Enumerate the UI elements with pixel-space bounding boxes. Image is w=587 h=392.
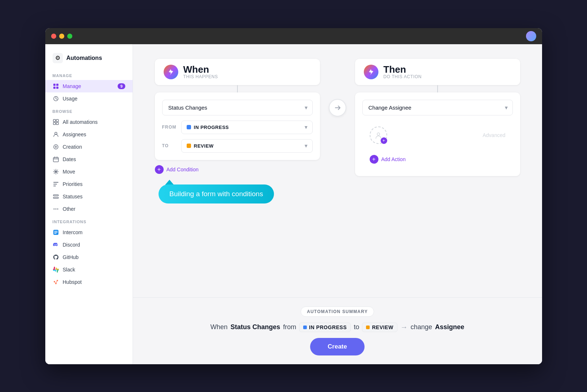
svg-rect-8 (56, 122, 58, 125)
sidebar-item-hubspot[interactable]: Hubspot (45, 276, 133, 288)
svg-line-21 (56, 281, 57, 283)
github-label: GitHub (63, 254, 79, 260)
then-form-card: Change Assignee ▾ + (355, 92, 520, 176)
sidebar-item-discord[interactable]: Discord (45, 239, 133, 251)
from-status-label: IN PROGRESS (194, 125, 229, 130)
main-content: When THIS HAPPENS Status Changes ▾ (133, 44, 542, 364)
add-condition-button[interactable]: + Add Condition (155, 165, 199, 174)
then-title: Then (384, 65, 422, 74)
when-header-card: When THIS HAPPENS (155, 59, 320, 85)
hubspot-icon (53, 279, 59, 285)
sidebar-item-manage[interactable]: Manage 9 (45, 80, 133, 92)
from-label: FROM (162, 125, 177, 130)
tooltip-bubble: Building a form with conditions (159, 184, 274, 203)
usage-icon (53, 95, 59, 102)
conditions-row: When THIS HAPPENS Status Changes ▾ (155, 59, 520, 203)
sidebar-item-all-automations[interactable]: All automations (45, 116, 133, 128)
discord-label: Discord (63, 242, 80, 248)
sidebar-item-slack[interactable]: Slack (45, 263, 133, 276)
add-action-label: Add Action (381, 156, 406, 162)
summary-in-progress: IN PROGRESS (309, 324, 347, 330)
traffic-lights (51, 34, 72, 39)
arrow-icon (334, 104, 341, 111)
titlebar (45, 28, 542, 44)
move-icon (53, 168, 59, 175)
user-avatar[interactable] (526, 31, 536, 41)
add-condition-row: + Add Condition (155, 165, 199, 174)
when-subtitle: THIS HAPPENS (183, 74, 218, 79)
automation-builder: When THIS HAPPENS Status Changes ▾ (133, 44, 542, 297)
to-status-label: REVIEW (194, 143, 214, 149)
summary-from: from (283, 323, 296, 331)
hubspot-label: Hubspot (63, 279, 82, 285)
tooltip-container: Building a form with conditions (159, 180, 274, 203)
svg-rect-7 (53, 122, 56, 125)
assignee-avatar[interactable]: + (370, 126, 387, 144)
all-automations-label: All automations (63, 119, 98, 125)
review-summary-dot (366, 326, 370, 329)
move-label: Move (63, 169, 75, 175)
automations-icon: ⚙ (53, 53, 63, 63)
svg-rect-13 (53, 197, 58, 198)
sidebar-item-github[interactable]: GitHub (45, 251, 133, 263)
trigger-select-wrapper: Status Changes ▾ (162, 100, 313, 115)
browse-section-label: BROWSE (45, 105, 133, 116)
assignees-label: Assignees (63, 132, 87, 137)
all-automations-icon (53, 119, 59, 125)
sidebar-item-statuses[interactable]: Statuses (45, 190, 133, 203)
svg-line-22 (55, 282, 56, 283)
other-icon (53, 206, 59, 212)
when-logo (164, 65, 178, 79)
sidebar-item-assignees[interactable]: Assignees (45, 128, 133, 141)
statuses-icon (53, 193, 59, 200)
slack-label: Slack (63, 267, 75, 273)
then-column: Then DO THIS ACTION Change Assignee ▾ (355, 59, 520, 176)
intercom-label: Intercom (63, 229, 83, 235)
when-title: When (183, 65, 218, 74)
sidebar-item-other[interactable]: Other (45, 203, 133, 215)
minimize-button[interactable] (59, 34, 64, 39)
dates-icon (53, 156, 59, 163)
automation-summary: AUTOMATION SUMMARY When Status Changes f… (133, 297, 542, 364)
action-select-wrapper: Change Assignee ▾ (362, 100, 513, 115)
maximize-button[interactable] (67, 34, 72, 39)
svg-rect-0 (53, 84, 56, 86)
sidebar-item-move[interactable]: Move (45, 165, 133, 178)
avatar-person-icon (374, 131, 382, 139)
sidebar-item-creation[interactable]: Creation (45, 141, 133, 153)
advanced-label: Advanced (483, 132, 505, 138)
summary-to: to (354, 323, 359, 331)
statuses-label: Statuses (63, 194, 83, 199)
add-condition-icon: + (155, 165, 164, 174)
close-button[interactable] (51, 34, 56, 39)
summary-label: AUTOMATION SUMMARY (301, 307, 374, 317)
action-select[interactable]: Change Assignee (362, 100, 513, 115)
sidebar-title: Automations (66, 55, 102, 61)
summary-in-progress-tag: IN PROGRESS (299, 323, 351, 332)
sidebar-item-priorities[interactable]: Priorities (45, 178, 133, 190)
summary-when: When (210, 323, 228, 331)
svg-rect-6 (56, 119, 58, 122)
manage-icon (53, 83, 59, 90)
dates-label: Dates (63, 156, 76, 162)
add-condition-label: Add Condition (167, 167, 199, 172)
create-button[interactable]: Create (310, 338, 365, 355)
in-progress-dot (187, 125, 191, 129)
summary-review: REVIEW (372, 324, 393, 330)
summary-change: change (411, 323, 432, 331)
review-dot (187, 144, 191, 148)
manage-badge: 9 (118, 83, 125, 89)
sidebar-item-intercom[interactable]: Intercom (45, 226, 133, 239)
to-label: TO (162, 143, 177, 148)
priorities-label: Priorities (63, 181, 83, 187)
sidebar-item-usage[interactable]: Usage (45, 92, 133, 105)
trigger-select[interactable]: Status Changes (162, 100, 313, 115)
summary-status-changes: Status Changes (230, 323, 280, 331)
app-body: ⚙ Automations MANAGE Manage 9 (45, 44, 542, 364)
to-status-field[interactable]: REVIEW ▾ (181, 139, 313, 153)
assignee-plus-icon: + (381, 137, 387, 144)
from-status-field[interactable]: IN PROGRESS ▾ (181, 121, 313, 134)
sidebar-item-dates[interactable]: Dates (45, 153, 133, 165)
add-action-button[interactable]: + Add Action (362, 150, 413, 169)
then-header-text: Then DO THIS ACTION (384, 65, 422, 79)
